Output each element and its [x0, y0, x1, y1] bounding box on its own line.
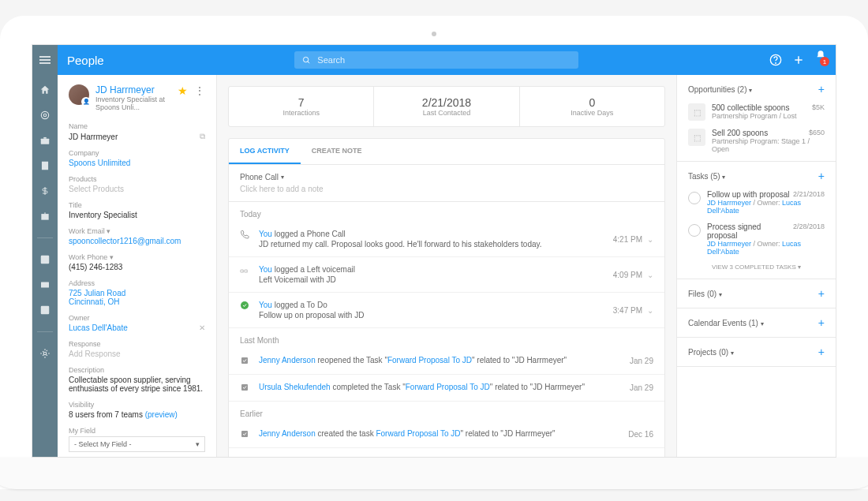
response-field[interactable]: Add Response: [69, 350, 205, 358]
copy-icon[interactable]: ⧉: [200, 132, 205, 141]
user-link[interactable]: Jenny Anderson: [259, 356, 316, 365]
calendar-header[interactable]: Calendar Events (1) ▾ +: [688, 316, 825, 329]
address-link[interactable]: 725 Julian Road: [69, 289, 205, 297]
view-completed-link[interactable]: VIEW 3 COMPLETED TASKS ▾: [688, 264, 825, 271]
task-title[interactable]: Process signed proposal: [707, 222, 793, 240]
add-file-button[interactable]: +: [818, 287, 825, 300]
user-link[interactable]: You: [259, 301, 272, 309]
add-opportunity-button[interactable]: +: [818, 83, 825, 95]
chevron-down-icon[interactable]: ⌄: [647, 271, 653, 279]
activity-description: Left Voicemail with JD: [259, 275, 605, 284]
task-checkbox[interactable]: [688, 224, 701, 237]
task-checkbox[interactable]: [688, 192, 701, 204]
task-person-link[interactable]: JD Harrmeyer: [707, 240, 751, 248]
company-link[interactable]: Spoons Unlimited: [69, 159, 205, 167]
products-field[interactable]: Select Products: [69, 185, 205, 193]
opportunities-header[interactable]: Opportunities (2) ▾ +: [688, 83, 825, 95]
note-input[interactable]: Click here to add a note: [240, 185, 653, 193]
chevron-down-icon: ▾: [798, 264, 801, 271]
svg-rect-11: [44, 212, 45, 214]
activity-panel: 7 Interactions 2/21/2018 Last Contacted …: [217, 75, 676, 457]
search-input[interactable]: [317, 55, 571, 65]
chevron-down-icon[interactable]: ▾: [110, 253, 114, 261]
phone-field[interactable]: (415) 246-1283: [69, 263, 205, 271]
user-link[interactable]: You: [259, 230, 272, 238]
dollar-icon[interactable]: [38, 184, 52, 198]
user-link[interactable]: Ursula Shekufendeh: [259, 383, 331, 391]
user-link[interactable]: You: [259, 265, 272, 274]
chart-icon[interactable]: [38, 303, 52, 317]
task-person-link[interactable]: JD Harrmeyer: [707, 199, 751, 207]
contact-details-panel: 👤 JD Harrmeyer Inventory Specialist at S…: [58, 75, 217, 457]
timeline-item: Jenny Anderson created the task "Call JD…: [229, 448, 664, 457]
activity-description: JD returned my call. Proposal looks good…: [259, 240, 605, 249]
svg-rect-18: [241, 384, 248, 391]
user-link[interactable]: Jenny Anderson: [259, 429, 316, 438]
add-icon[interactable]: [793, 54, 804, 65]
notifications-icon[interactable]: 1: [815, 50, 826, 70]
task-link[interactable]: Forward Proposal To JD: [387, 356, 472, 365]
add-task-button[interactable]: +: [818, 170, 825, 182]
preview-link[interactable]: (preview): [145, 410, 178, 419]
timeline-item: Jenny Anderson reopened the Task "Forwar…: [229, 348, 664, 375]
check-icon[interactable]: [38, 252, 52, 267]
activity-type-select[interactable]: Phone Call ▾: [240, 173, 653, 181]
avatar[interactable]: 👤: [69, 84, 89, 105]
log-input-area[interactable]: Phone Call ▾ Click here to add a note: [229, 165, 664, 202]
sidebar-divider: [37, 331, 53, 332]
activity-time: 3:47 PM: [613, 306, 642, 315]
email-link[interactable]: spooncollector1216@gmail.com: [69, 237, 205, 245]
owner-link[interactable]: Lucas Dell'Abate: [69, 323, 128, 332]
person-name[interactable]: JD Harrmeyer: [95, 84, 171, 95]
star-icon[interactable]: ★: [178, 84, 188, 111]
building-icon[interactable]: [38, 159, 52, 173]
help-icon[interactable]: [769, 54, 782, 66]
search-box[interactable]: [294, 51, 578, 69]
myfield-select[interactable]: - Select My Field -▾: [69, 436, 205, 452]
sidebar: [32, 75, 58, 457]
box-icon[interactable]: [38, 209, 52, 223]
add-project-button[interactable]: +: [818, 346, 825, 358]
svg-point-6: [41, 111, 48, 118]
chevron-down-icon[interactable]: ⌄: [647, 306, 653, 315]
task-date: 2/28/2018: [793, 222, 825, 230]
field-label: Company: [69, 149, 205, 157]
task-link[interactable]: Forward Proposal To JD: [406, 383, 490, 391]
chevron-down-icon: ▾: [719, 291, 722, 298]
tasks-header[interactable]: Tasks (5) ▾ +: [688, 170, 825, 182]
files-header[interactable]: Files (0) ▾ +: [688, 287, 825, 300]
timeline-item: You logged a To DoFollow up on proposal …: [229, 293, 664, 328]
briefcase-icon[interactable]: [38, 133, 52, 148]
mail-icon[interactable]: [38, 278, 52, 292]
gear-icon[interactable]: [38, 346, 52, 361]
svg-point-15: [43, 352, 47, 355]
user-link[interactable]: Jenny Anderson: [259, 456, 316, 457]
tab-log-activity[interactable]: LOG ACTIVITY: [229, 139, 301, 164]
svg-rect-9: [42, 162, 48, 170]
opportunity-amount: $5K: [812, 103, 825, 111]
more-icon[interactable]: ⋮: [194, 84, 205, 111]
tab-create-note[interactable]: CREATE NOTE: [301, 139, 373, 164]
opportunity-item[interactable]: ⬚500 collectible spoons$5KPartnership Pr…: [688, 103, 825, 121]
projects-header[interactable]: Projects (0) ▾ +: [688, 346, 825, 358]
description-field[interactable]: Collectable spoon supplier, serving enth…: [69, 376, 205, 393]
task-icon: [240, 356, 251, 366]
chevron-down-icon[interactable]: ⌄: [647, 235, 653, 244]
chevron-down-icon[interactable]: ▾: [107, 227, 110, 235]
field-label: Owner: [69, 314, 205, 322]
svg-rect-8: [41, 139, 50, 144]
task-title[interactable]: Follow up with proposal: [707, 190, 790, 199]
menu-button[interactable]: [32, 45, 58, 75]
target-icon[interactable]: [38, 108, 52, 122]
task-link[interactable]: Forward Proposal To JD: [376, 429, 460, 438]
close-icon[interactable]: ✕: [199, 323, 205, 332]
add-event-button[interactable]: +: [818, 316, 825, 329]
opportunity-item[interactable]: ⬚Sell 200 spoons$650Partnership Program:…: [688, 129, 825, 153]
task-link[interactable]: Call JD: [379, 456, 404, 457]
home-icon[interactable]: [38, 83, 52, 97]
chevron-down-icon: ▾: [749, 87, 752, 94]
task-date: 2/21/2018: [793, 190, 825, 198]
title-field[interactable]: Inventory Specialist: [69, 211, 205, 219]
address-link[interactable]: Cincinnati, OH: [69, 297, 205, 306]
name-field[interactable]: JD Harrmeyer: [69, 133, 118, 141]
